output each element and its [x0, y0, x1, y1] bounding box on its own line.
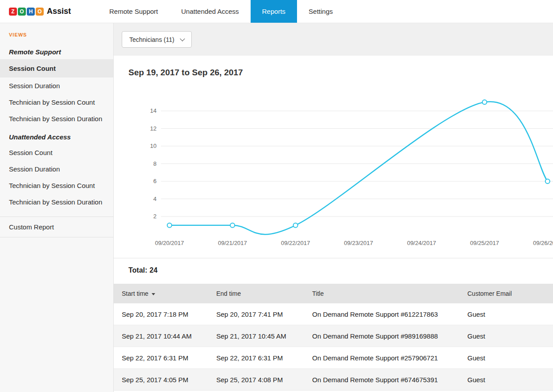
sidebar-item-session-duration[interactable]: Session Duration — [0, 78, 113, 94]
svg-text:09/25/2017: 09/25/2017 — [470, 240, 499, 246]
total-value: 24 — [149, 266, 157, 274]
sidebar-item-ua-technician-by-session-duration[interactable]: Technician by Session Duration — [0, 194, 113, 210]
cell-title: On Demand Remote Support #674675391 — [304, 376, 459, 384]
cell-start-time: Sep 22, 2017 6:31 PM — [114, 354, 208, 362]
sidebar-item-ua-technician-by-session-count[interactable]: Technician by Session Count — [0, 177, 113, 194]
table-body: Sep 20, 2017 7:18 PM Sep 20, 2017 7:41 P… — [114, 303, 553, 391]
sidebar-item-custom-report[interactable]: Custom Report — [0, 217, 113, 237]
cell-end-time: Sep 21, 2017 10:45 AM — [208, 332, 304, 340]
nav-item-remote-support[interactable]: Remote Support — [98, 0, 169, 23]
nav-item-reports[interactable]: Reports — [251, 0, 297, 23]
zoho-logo-letter: Z — [9, 8, 17, 16]
table-row[interactable]: Sep 20, 2017 7:18 PM Sep 20, 2017 7:41 P… — [114, 303, 553, 325]
cell-title: On Demand Remote Support #612217863 — [304, 310, 459, 318]
sidebar-item-ua-session-count[interactable]: Session Count — [0, 144, 113, 161]
cell-end-time: Sep 20, 2017 7:41 PM — [208, 310, 304, 318]
main-content: Technicians (11) Sep 19, 2017 to Sep 26,… — [114, 23, 553, 392]
sidebar: VIEWS Remote Support Session Count Sessi… — [0, 23, 114, 392]
zoho-logo-letter: O — [18, 8, 26, 16]
sidebar-section-remote-support: Remote Support — [0, 45, 113, 59]
views-label: VIEWS — [0, 32, 113, 37]
sidebar-section-unattended-access: Unattended Access — [0, 130, 113, 144]
total-label: Total: — [128, 266, 147, 274]
cell-start-time: Sep 21, 2017 10:44 AM — [114, 332, 208, 340]
svg-text:09/21/2017: 09/21/2017 — [218, 240, 247, 246]
cell-customer-email: Guest — [459, 376, 553, 384]
svg-text:09/20/2017: 09/20/2017 — [155, 240, 184, 246]
cell-customer-email: Guest — [459, 332, 553, 340]
cell-customer-email: Guest — [459, 310, 553, 318]
report-date-range: Sep 19, 2017 to Sep 26, 2017 — [128, 68, 553, 78]
cell-title: On Demand Remote Support #989169888 — [304, 332, 459, 340]
sidebar-item-session-count[interactable]: Session Count — [0, 59, 113, 78]
zoho-assist-brand[interactable]: Z O H O Assist — [0, 0, 98, 23]
cell-customer-email: Guest — [459, 354, 553, 362]
filter-bar: Technicians (11) — [114, 23, 553, 56]
column-header-customer-email[interactable]: Customer Email — [459, 290, 553, 297]
column-header-end-time[interactable]: End time — [208, 290, 304, 297]
svg-text:09/23/2017: 09/23/2017 — [344, 240, 373, 246]
column-header-title[interactable]: Title — [304, 290, 459, 297]
total-summary: Total:24 — [114, 258, 553, 284]
cell-end-time: Sep 25, 2017 4:08 PM — [208, 376, 304, 384]
column-header-start-time[interactable]: Start time — [114, 290, 208, 297]
technicians-dropdown[interactable]: Technicians (11) — [122, 31, 192, 48]
top-navigation: Z O H O Assist Remote Support Unattended… — [0, 0, 553, 23]
svg-text:8: 8 — [153, 160, 157, 167]
sidebar-item-technician-by-session-duration[interactable]: Technician by Session Duration — [0, 110, 113, 127]
svg-text:6: 6 — [153, 178, 157, 184]
session-count-line-chart: 246810121409/20/201709/21/201709/22/2017… — [114, 85, 553, 246]
primary-nav: Remote Support Unattended Access Reports… — [98, 0, 344, 23]
sort-desc-icon — [152, 293, 155, 295]
table-row[interactable]: Sep 25, 2017 4:05 PM Sep 25, 2017 4:08 P… — [114, 369, 553, 391]
svg-text:4: 4 — [153, 196, 157, 202]
nav-item-settings[interactable]: Settings — [297, 0, 344, 23]
sidebar-item-technician-by-session-count[interactable]: Technician by Session Count — [0, 94, 113, 110]
cell-start-time: Sep 25, 2017 4:05 PM — [114, 376, 208, 384]
chart-spacer — [114, 246, 553, 258]
table-row[interactable]: Sep 22, 2017 6:31 PM Sep 22, 2017 6:31 P… — [114, 347, 553, 369]
cell-title: On Demand Remote Support #257906721 — [304, 354, 459, 362]
svg-text:2: 2 — [153, 213, 157, 220]
zoho-logo-letter: O — [36, 8, 44, 16]
cell-start-time: Sep 20, 2017 7:18 PM — [114, 310, 208, 318]
table-header: Start time End time Title Customer Email — [114, 284, 553, 303]
svg-text:14: 14 — [150, 107, 157, 114]
svg-text:10: 10 — [150, 143, 157, 149]
svg-text:09/26/2017: 09/26/2017 — [533, 240, 553, 246]
sidebar-item-ua-session-duration[interactable]: Session Duration — [0, 161, 113, 177]
chevron-down-icon — [180, 36, 185, 41]
svg-text:09/22/2017: 09/22/2017 — [281, 240, 310, 246]
nav-item-unattended-access[interactable]: Unattended Access — [169, 0, 250, 23]
product-name: Assist — [47, 7, 71, 16]
svg-text:12: 12 — [150, 125, 157, 132]
technicians-dropdown-label: Technicians (11) — [129, 36, 174, 43]
table-row[interactable]: Sep 21, 2017 10:44 AM Sep 21, 2017 10:45… — [114, 325, 553, 347]
cell-end-time: Sep 22, 2017 6:31 PM — [208, 354, 304, 362]
svg-text:09/24/2017: 09/24/2017 — [407, 240, 436, 246]
zoho-logo-letter: H — [27, 8, 35, 16]
